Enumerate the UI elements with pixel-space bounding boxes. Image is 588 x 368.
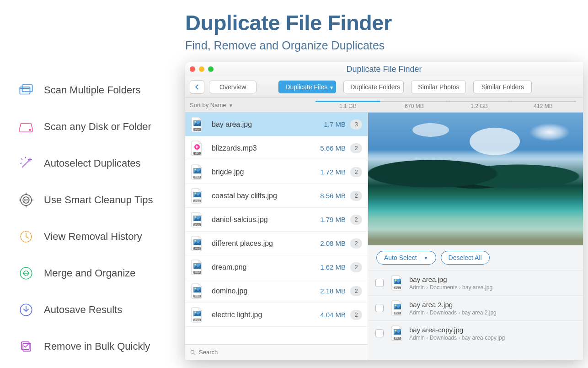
tab-size-indicator: 1.1 GB [315,101,380,109]
feature-list: Scan Multiple FoldersScan any Disk or Fo… [0,0,176,368]
svg-text:JPEG: JPEG [394,312,400,314]
file-size: 2.08 MB [320,239,346,247]
stack-icon [18,339,34,354]
feature-item: Autoselect Duplicates [18,156,176,171]
duplicate-count-badge: 3 [350,119,362,130]
file-size: 1.7 MB [324,120,346,128]
close-window-button[interactable] [190,66,195,72]
path-crumb: bay area.jpg [462,284,492,291]
svg-text:JPEG: JPEG [394,337,400,340]
action-bar: Auto Select ▼ Deselect All [368,245,583,270]
watermark-text: torrentmac.ucoz.ru [516,357,573,365]
wand-icon [18,156,34,171]
feature-label: Scan Multiple Folders [44,84,141,96]
file-name: coastal bay cliffs.jpg [212,192,320,200]
svg-point-36 [194,216,196,218]
auto-select-label: Auto Select [384,254,417,261]
checkbox[interactable] [375,329,384,337]
sort-dropdown[interactable]: Sort by Name ▼ [190,102,233,108]
svg-line-3 [22,160,30,168]
file-rows: JPEG bay area.jpg 1.7 MB 3MP3 blizzards.… [185,113,368,344]
path-crumb: Downloads [430,335,462,341]
checkbox[interactable] [375,279,384,287]
clock-icon [18,229,34,244]
file-row[interactable]: MP3 blizzards.mp3 5.66 MB 2 [185,136,368,160]
file-name: different places.jpg [212,239,320,248]
duplicate-row[interactable]: JPEG bay area.jpg AdminDocumentsbay area… [368,270,583,295]
download-icon [18,302,34,318]
file-name: daniel-salcius.jpg [212,216,320,224]
file-type-icon: JPEG [191,260,203,275]
svg-point-56 [194,311,196,313]
file-type-icon: JPEG [191,283,203,299]
tab-similar-folders[interactable]: Similar Folders [470,81,535,93]
tab-similar-photos[interactable]: Similar Photos [407,81,470,93]
tab-size-text: 412 MB [534,103,552,109]
feature-item: Scan any Disk or Folder [18,119,176,135]
svg-point-46 [194,264,196,265]
checkbox[interactable] [375,304,384,312]
file-row[interactable]: JPEG electric light.jpg 4.04 MB 2 [185,303,368,327]
tab-duplicate-folders[interactable]: Duplicate Folders [340,81,407,93]
feature-label: Use Smart Cleanup Tips [44,194,153,206]
file-row[interactable]: JPEG different places.jpg 2.08 MB 2 [185,232,368,255]
deselect-all-button[interactable]: Deselect All [441,251,490,265]
minimize-window-button[interactable] [199,66,204,72]
svg-line-60 [194,353,195,354]
path-crumb: Admin [409,309,430,316]
svg-text:JPEG: JPEG [394,287,400,289]
duplicate-row[interactable]: JPEG bay area 2.jpg AdminDownloadsbay ar… [368,295,583,320]
duplicate-count-badge: 2 [350,238,362,249]
file-row[interactable]: JPEG daniel-salcius.jpg 1.79 MB 2 [185,208,368,232]
overview-button[interactable]: Overview [209,81,257,93]
duplicate-info: bay area-copy.jpg AdminDownloadsbay area… [409,326,505,341]
path-crumb: bay area-copy.jpg [462,335,505,341]
path-crumb: Downloads [430,309,462,316]
tab-size-indicator: 670 MB [380,101,448,109]
file-row[interactable]: JPEG brigde.jpg 1.72 MB 2 [185,160,368,184]
auto-select-button[interactable]: Auto Select ▼ [376,251,436,265]
file-type-icon: JPEG [191,164,203,180]
tab-label: Duplicate Folders [350,83,400,91]
svg-point-18 [194,121,196,123]
chevron-down-icon: ▼ [420,255,428,260]
image-preview [368,113,583,245]
duplicate-path: AdminDownloadsbay area-copy.jpg [409,335,505,341]
duplicate-row[interactable]: JPEG bay area-copy.jpg AdminDownloadsbay… [368,320,583,346]
zoom-window-button[interactable] [208,66,214,72]
file-row[interactable]: JPEG bay area.jpg 1.7 MB 3 [185,113,368,136]
svg-text:JPEG: JPEG [194,223,200,226]
duplicate-info: bay area 2.jpg AdminDownloadsbay area 2.… [409,301,497,316]
svg-text:JPEG: JPEG [194,247,200,250]
back-button[interactable] [190,80,204,94]
tab-label: Similar Photos [418,83,459,91]
file-size: 1.79 MB [320,216,346,223]
file-row[interactable]: JPEG coastal bay cliffs.jpg 8.56 MB 2 [185,184,368,208]
duplicate-name: bay area.jpg [409,276,492,283]
file-list-panel: JPEG bay area.jpg 1.7 MB 3MP3 blizzards.… [185,113,368,360]
file-row[interactable]: JPEG domino.jpg 2.18 MB 2 [185,279,368,303]
chevron-left-icon [194,84,200,90]
svg-point-31 [194,192,196,194]
file-name: electric light.jpg [212,311,320,319]
search-icon [190,349,196,356]
tab-size-text: 1.1 GB [339,103,356,109]
feature-item: Merge and Organize [18,265,176,281]
titlebar: Duplicate File Finder [185,62,583,76]
file-type-icon: JPEG [391,275,404,291]
path-crumb: Admin [409,284,430,291]
file-row[interactable]: JPEG dream.png 1.62 MB 2 [185,255,368,279]
hero-title: Duplicate File Finder [185,10,588,35]
feature-item: Remove in Bulk Quickly [18,339,176,354]
tab-size-text: 1.2 GB [470,103,487,109]
chip-icon: 100 [18,192,34,208]
file-name: domino.jpg [212,287,320,295]
search-input[interactable] [199,349,363,356]
tab-duplicate-files[interactable]: Duplicate Files▼ [275,81,340,93]
duplicate-count-badge: 2 [350,262,362,272]
svg-point-63 [395,279,396,281]
tab-size-indicator: 412 MB [510,101,576,109]
svg-point-26 [194,168,196,170]
duplicate-info: bay area.jpg AdminDocumentsbay area.jpg [409,276,492,291]
file-size: 1.72 MB [320,168,346,176]
